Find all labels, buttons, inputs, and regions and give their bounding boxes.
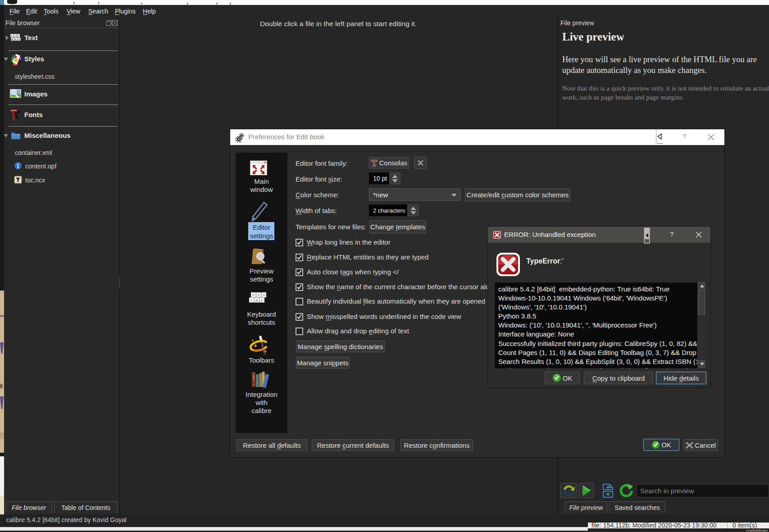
svg-text:L: L bbox=[260, 299, 263, 302]
svg-text:K: K bbox=[255, 299, 258, 302]
svg-text:O: O bbox=[263, 293, 265, 297]
